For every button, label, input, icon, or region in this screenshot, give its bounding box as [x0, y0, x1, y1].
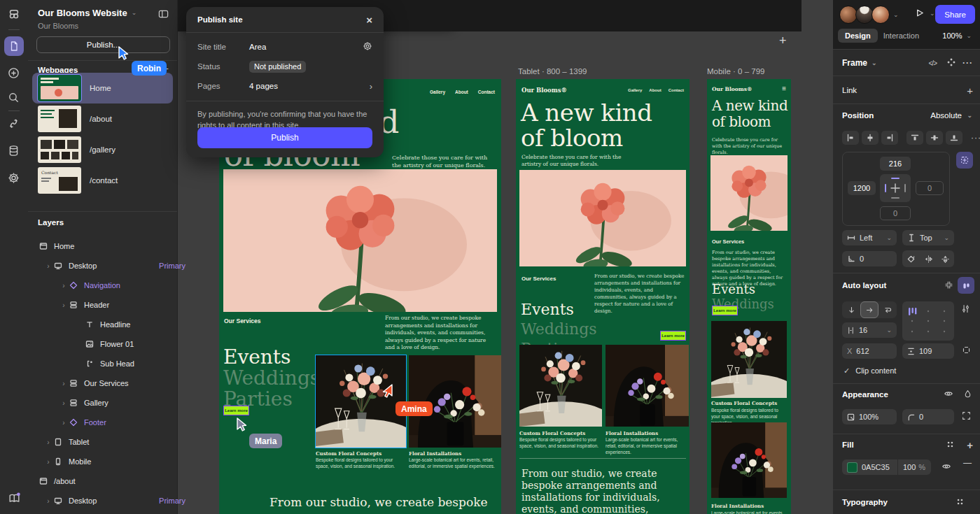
align-v-center-button[interactable] [926, 131, 943, 145]
fill-color-field[interactable]: 0A5C35 [842, 459, 897, 475]
card-title[interactable]: Floral Installations [409, 450, 461, 457]
services-heading[interactable]: Our Services [712, 238, 744, 245]
expand-icon[interactable]: › [45, 438, 52, 446]
flip-vertical-button[interactable] [937, 250, 954, 267]
share-button[interactable]: Share [935, 5, 975, 24]
hero-flower-image[interactable] [223, 169, 497, 312]
position-right-field[interactable]: 0 [916, 181, 944, 195]
avatar[interactable] [872, 6, 890, 24]
align-right-button[interactable] [881, 131, 898, 145]
card-title[interactable]: Custom Floral Concepts [711, 400, 777, 406]
card-desc[interactable]: Large-scale botanical art for events, re… [409, 457, 496, 469]
position-top-field[interactable]: 216 [880, 157, 911, 171]
card-desc[interactable]: Bespoke floral designs tailored to your … [316, 457, 403, 469]
footer-paragraph[interactable]: From our studio, we create bespoke arran… [522, 468, 684, 514]
opacity-field[interactable]: 100% [842, 409, 897, 424]
absolute-position-toggle[interactable] [956, 152, 973, 169]
hero-headline[interactable]: A new kindof bloom [521, 100, 652, 150]
expand-icon[interactable]: › [45, 497, 52, 505]
hero-flower-image[interactable] [710, 155, 788, 231]
advanced-layout-icon[interactable] [961, 304, 970, 313]
tab-design[interactable]: Design [838, 29, 878, 43]
hamburger-menu-icon[interactable]: ≡ [782, 85, 786, 92]
card-desc[interactable]: Large-scale botanical art for events, re… [606, 436, 685, 455]
close-icon[interactable]: × [366, 14, 372, 26]
hero-subtext[interactable]: Celebrate those you care for with the ar… [522, 154, 623, 168]
services-text[interactable]: From our studio, we create bespoke arran… [594, 273, 685, 315]
services-text[interactable]: From our studio, we create bespoke arran… [385, 315, 493, 352]
collapse-icon[interactable] [944, 280, 953, 291]
layer-row-flower01[interactable]: Flower 01 [28, 334, 234, 354]
fill-visibility-eye-icon[interactable] [941, 462, 951, 471]
flow-vertical-button[interactable] [842, 301, 860, 318]
eye-icon[interactable] [944, 389, 953, 400]
expand-icon[interactable]: › [60, 301, 67, 309]
pages-row[interactable]: Pages 4 pages › [186, 76, 384, 96]
card-title[interactable]: Custom Floral Concepts [316, 450, 382, 457]
site-nav[interactable]: Gallery About Contact [628, 88, 684, 92]
h-constraint-select[interactable]: Left ⌄ [842, 230, 897, 245]
layer-row-headline[interactable]: Headline [28, 315, 234, 334]
site-nav[interactable]: Gallery About Contact [430, 90, 495, 94]
webpage-row-contact[interactable]: Contact /contact [32, 165, 173, 196]
layer-row-footer[interactable]: › Footer [28, 413, 209, 432]
nav-link[interactable]: About [455, 90, 468, 94]
site-logo[interactable]: Our Blooms® [522, 87, 567, 94]
rotate-90-button[interactable] [902, 250, 920, 267]
present-play-icon[interactable] [914, 8, 925, 20]
hero-headline[interactable]: A new kindof bloom [712, 98, 788, 130]
site-logo[interactable]: Our Blooms® [712, 86, 752, 92]
zoom-level[interactable]: 100% [942, 31, 962, 40]
webpage-row-home[interactable]: Home [32, 73, 173, 103]
events-heading[interactable]: Events Weddings Parties [223, 347, 320, 410]
dev-code-icon[interactable]: </> [929, 59, 937, 67]
search-icon[interactable] [8, 92, 20, 106]
frame-more-icon[interactable]: ··· [962, 58, 973, 68]
service-card-image-1[interactable] [711, 321, 787, 398]
expand-icon[interactable]: › [45, 458, 52, 466]
flow-wrap-button[interactable] [878, 301, 897, 318]
webpage-row-about[interactable]: /about [32, 103, 173, 134]
chevron-right-icon[interactable]: › [370, 81, 372, 92]
nav-link[interactable]: Gallery [628, 88, 642, 92]
styles-grid-icon[interactable] [946, 440, 955, 450]
flow-horizontal-button[interactable] [860, 301, 878, 318]
layer-row-home[interactable]: Home [28, 236, 188, 256]
fill-color-swatch[interactable] [847, 462, 858, 473]
hero-flower-image[interactable] [519, 170, 686, 266]
remove-fill-icon[interactable]: — [963, 458, 972, 468]
tab-interaction[interactable]: Interaction [878, 29, 925, 43]
service-card-image-1[interactable] [316, 355, 406, 448]
nav-link[interactable]: About [649, 88, 661, 92]
expand-icon[interactable]: › [60, 399, 67, 407]
clip-content-row[interactable]: ✓ Clip content [833, 360, 896, 381]
service-card-image-2[interactable] [711, 422, 787, 498]
padding-horizontal-field[interactable]: X 612 [842, 343, 897, 359]
footer-large-text[interactable]: From our studio, we create bespoke [270, 495, 488, 509]
site-title-value[interactable]: Area [249, 43, 266, 51]
corner-radius-field[interactable]: 0 [902, 409, 954, 424]
services-heading[interactable]: Our Services [522, 276, 556, 282]
tablet-artboard[interactable]: Our Blooms® Gallery About Contact A new … [516, 79, 690, 514]
chevron-down-icon[interactable]: ⌄ [886, 327, 892, 334]
position-bottom-field[interactable]: 0 [880, 206, 911, 220]
rotation-field[interactable]: 0 [842, 251, 897, 266]
layer-row-desktop[interactable]: › Desktop Primary [28, 256, 194, 276]
layer-row-gallery[interactable]: › Gallery [28, 393, 209, 413]
individual-padding-icon[interactable] [962, 345, 971, 355]
webpage-row-gallery[interactable]: /gallery [32, 134, 173, 165]
expand-icon[interactable]: › [45, 262, 52, 270]
layer-row-our-services[interactable]: › Our Services [28, 373, 209, 393]
expand-icon[interactable]: › [60, 282, 67, 290]
hero-subtext[interactable]: Celebrate those you care for with the ar… [392, 154, 497, 169]
card-desc[interactable]: Large-scale botanical art for events, re… [711, 510, 785, 514]
card-desc[interactable]: Bespoke floral designs tailored to your … [519, 436, 599, 449]
hero-subtext[interactable]: Celebrate those you care for with the ar… [712, 137, 785, 156]
nav-link[interactable]: Contact [478, 90, 495, 94]
layer-row-header[interactable]: › Header [28, 295, 209, 315]
card-title[interactable]: Floral Installations [711, 503, 764, 509]
collapse-sidebar-icon[interactable] [158, 9, 169, 21]
present-chevron-icon[interactable]: ⌄ [930, 10, 935, 17]
nav-link[interactable]: Gallery [430, 90, 445, 94]
publish-button[interactable]: Publish... [36, 36, 170, 53]
